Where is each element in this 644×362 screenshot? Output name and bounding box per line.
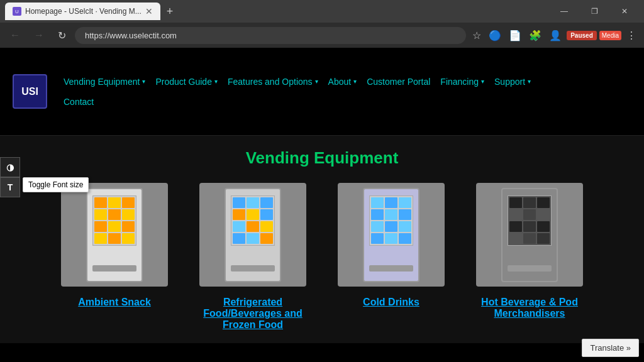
nav-features-options[interactable]: Features and Options ▾ (224, 72, 322, 92)
vm-item (523, 233, 536, 244)
address-bar: ← → ↻ ☆ 🔵 📄 🧩 👤 Paused Media ⋮ (0, 23, 644, 48)
forward-button[interactable]: → (29, 27, 49, 43)
vm-item (233, 233, 245, 244)
profile-icon[interactable]: 👤 (547, 27, 564, 44)
nav-product-guide[interactable]: Product Guide ▾ (152, 72, 221, 92)
restore-button[interactable]: ❐ (580, 0, 609, 23)
translate-button[interactable]: Translate (582, 339, 639, 357)
vm-item (537, 197, 550, 208)
product-card-hot-beverage[interactable]: Hot Beverage & Pod Merchandisers (470, 183, 589, 331)
vm-item (260, 221, 273, 232)
vm-item (94, 233, 107, 244)
nav-row2: Contact (60, 92, 631, 112)
nav-financing[interactable]: Financing ▾ (436, 72, 488, 92)
chevron-down-icon: ▾ (353, 78, 357, 85)
bookmark-icon[interactable]: ☆ (470, 27, 484, 44)
paused-badge: Paused (567, 31, 597, 40)
vm-slot (369, 265, 413, 272)
vm-item (122, 209, 135, 220)
minimize-button[interactable]: — (550, 0, 579, 23)
url-bar[interactable] (75, 27, 466, 44)
vm-item (399, 209, 411, 220)
vm-item (371, 209, 384, 220)
vm-item (371, 233, 384, 244)
nav-customer-portal[interactable]: Customer Portal (363, 72, 434, 92)
vm-item (385, 233, 397, 244)
tab-label: Homepage - USelcIt · Vending M... (25, 7, 142, 16)
site-header: USI Vending Equipment ▾ Product Guide ▾ … (0, 48, 644, 136)
product-card-cold-drinks[interactable]: Cold Drinks (331, 183, 451, 331)
tab-favicon: U (13, 7, 21, 16)
tab-close-icon[interactable]: ✕ (145, 6, 153, 16)
vm-item (94, 197, 107, 208)
product-label-hot-beverage[interactable]: Hot Beverage & Pod Merchandisers (476, 297, 583, 319)
vm-item (509, 233, 522, 244)
vm-item (385, 209, 397, 220)
back-button[interactable]: ← (5, 27, 25, 43)
vm-screen (231, 195, 275, 246)
vm-item (233, 221, 245, 232)
browser-chrome: U Homepage - USelcIt · Vending M... ✕ + … (0, 0, 644, 48)
vending-machine-refrigerated (225, 188, 281, 282)
vm-item (260, 197, 273, 208)
browser-toolbar-icons: ☆ 🔵 📄 🧩 👤 Paused Media ⋮ (470, 27, 639, 44)
main-content: Vending Equipment (0, 136, 644, 343)
product-card-refrigerated[interactable]: Refrigerated Food/Beverages and Frozen F… (193, 183, 313, 331)
vm-item (108, 197, 121, 208)
nav-support[interactable]: Support ▾ (491, 72, 535, 92)
vm-slot (508, 265, 552, 272)
vending-machine-snack (86, 188, 143, 282)
nav-contact[interactable]: Contact (60, 92, 97, 112)
chevron-down-icon: ▾ (315, 78, 318, 85)
vm-item (122, 197, 135, 208)
product-image-hot-beverage (476, 183, 583, 287)
nav-vending-equipment[interactable]: Vending Equipment ▾ (60, 72, 149, 92)
window-controls: — ❐ ✕ (550, 0, 639, 23)
media-badge: Media (599, 31, 621, 40)
vm-item (523, 197, 536, 208)
nav-row1: Vending Equipment ▾ Product Guide ▾ Feat… (60, 72, 631, 92)
vm-item (233, 209, 245, 220)
nav-links: Vending Equipment ▾ Product Guide ▾ Feat… (60, 72, 631, 112)
contrast-toggle-button[interactable]: ◑ (0, 157, 20, 177)
vm-item (537, 221, 550, 232)
site-logo: USI (13, 74, 47, 109)
vm-item (108, 233, 121, 244)
vm-screen (508, 195, 552, 246)
font-size-toggle-button[interactable]: T (0, 177, 20, 197)
vm-slot (92, 265, 136, 272)
vm-item (509, 209, 522, 220)
vm-screen (369, 195, 413, 246)
new-tab-button[interactable]: + (163, 4, 177, 19)
extension-icon[interactable]: 🧩 (526, 27, 544, 44)
browser-tab[interactable]: U Homepage - USelcIt · Vending M... ✕ (5, 3, 160, 20)
close-button[interactable]: ✕ (610, 0, 639, 23)
vm-item (509, 197, 522, 208)
chevron-down-icon: ▾ (142, 78, 145, 85)
vm-item (523, 209, 536, 220)
vm-item (122, 233, 135, 244)
pdf-icon[interactable]: 📄 (506, 27, 524, 44)
vm-item (509, 221, 522, 232)
vm-item (94, 209, 107, 220)
vm-item (260, 233, 273, 244)
nav-about[interactable]: About ▾ (325, 72, 361, 92)
vm-item (94, 221, 107, 232)
product-image-refrigerated (199, 183, 306, 287)
product-label-cold-drinks[interactable]: Cold Drinks (363, 297, 419, 308)
refresh-button[interactable]: ↻ (53, 27, 71, 44)
website-content: USI Vending Equipment ▾ Product Guide ▾ … (0, 48, 644, 362)
chevron-down-icon: ▾ (214, 78, 218, 85)
product-label-ambient-snack[interactable]: Ambient Snack (78, 297, 151, 308)
vm-item (385, 221, 397, 232)
vm-item (371, 197, 384, 208)
more-options-icon[interactable]: ⋮ (624, 27, 639, 44)
accessibility-toolbar: ◑ T Toggle Font size (0, 157, 20, 197)
vending-machine-cold (363, 188, 419, 282)
product-card-ambient-snack[interactable]: Ambient Snack (55, 183, 174, 331)
vm-item (108, 209, 121, 220)
vm-slot (231, 265, 275, 272)
product-label-refrigerated[interactable]: Refrigerated Food/Beverages and Frozen F… (199, 297, 306, 331)
vm-item (385, 197, 397, 208)
shield-icon[interactable]: 🔵 (486, 27, 504, 44)
